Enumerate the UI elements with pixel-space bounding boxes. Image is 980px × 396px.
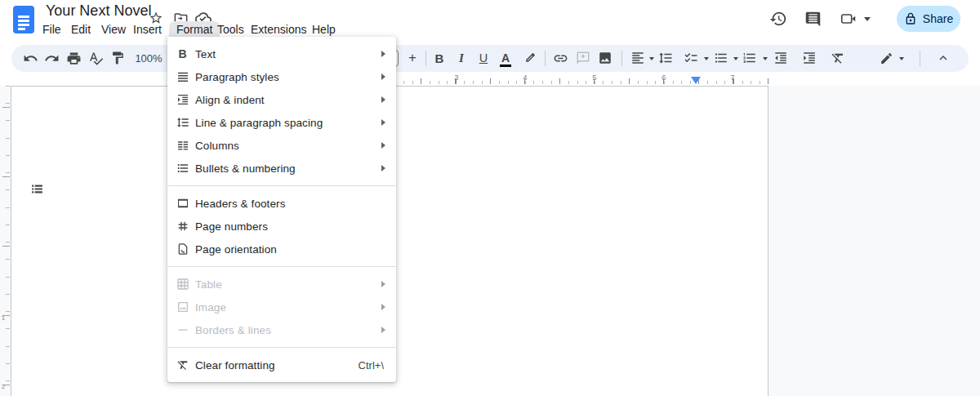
submenu-arrow-icon xyxy=(381,51,385,57)
insert-image-icon[interactable] xyxy=(595,47,616,69)
format-menu-item-image: Image xyxy=(167,296,396,318)
format-menu-item-table: Table xyxy=(167,273,396,296)
show-outline-icon[interactable] xyxy=(26,178,47,199)
checklist-dropdown-icon[interactable] xyxy=(704,57,709,60)
add-comment-icon xyxy=(572,47,594,69)
format-menu-item-columns[interactable]: Columns xyxy=(167,134,396,157)
format-menu-item-borders-lines: Borders & lines xyxy=(167,318,396,341)
underline-button[interactable]: U xyxy=(473,47,494,69)
bulleted-list-dropdown-icon[interactable] xyxy=(733,57,738,60)
redo-icon[interactable] xyxy=(41,47,62,69)
image-icon xyxy=(176,300,189,314)
format-menu-item-headers-footers[interactable]: Headers & footers xyxy=(167,192,396,215)
vertical-ruler: 1 2 3 xyxy=(0,86,11,396)
docs-logo-icon[interactable] xyxy=(13,6,34,33)
toolbar-divider xyxy=(545,51,546,66)
editing-mode-pen-icon[interactable] xyxy=(875,47,897,69)
checklist-icon[interactable] xyxy=(680,47,702,69)
line-spacing-icon[interactable] xyxy=(655,47,676,69)
video-call-icon[interactable] xyxy=(838,8,859,29)
submenu-arrow-icon xyxy=(381,96,385,103)
toolbar-divider xyxy=(621,51,622,66)
menu-extensions[interactable]: Extensions xyxy=(251,21,306,38)
comments-icon[interactable] xyxy=(802,8,823,29)
spellcheck-icon[interactable] xyxy=(85,47,106,69)
paint-format-icon[interactable] xyxy=(107,47,128,69)
align-dropdown-icon[interactable] xyxy=(649,57,654,60)
bulleted-list-icon[interactable] xyxy=(710,47,732,69)
horizontal-ruler: 3 4 5 6 7 xyxy=(0,72,980,86)
paragraph-styles-icon xyxy=(176,70,189,84)
google-docs-app: Your Next Novel File Edit View Insert Fo… xyxy=(0,0,980,396)
menu-view[interactable]: View xyxy=(101,21,126,38)
menu-tools[interactable]: Tools xyxy=(217,21,244,38)
document-area: 1 2 3 xyxy=(0,86,980,396)
decrease-indent-icon[interactable] xyxy=(770,47,791,69)
video-call-dropdown-icon[interactable] xyxy=(864,17,871,21)
bold-icon: B xyxy=(176,47,189,61)
shortcut-label: Ctrl+\ xyxy=(359,359,396,372)
ruler-number: 4 xyxy=(521,73,529,82)
format-menu-item-line-spacing[interactable]: Line & paragraph spacing xyxy=(167,111,396,134)
share-button[interactable]: Share xyxy=(897,6,960,32)
menu-format[interactable]: Format xyxy=(169,21,220,38)
menu-divider xyxy=(167,185,396,186)
submenu-arrow-icon xyxy=(381,142,385,149)
menu-divider xyxy=(167,347,396,348)
share-button-label: Share xyxy=(923,12,953,25)
toolbar-divider xyxy=(425,51,426,66)
document-title[interactable]: Your Next Novel xyxy=(46,2,151,20)
bold-button[interactable]: B xyxy=(429,47,450,69)
align-left-icon[interactable] xyxy=(627,47,648,69)
submenu-arrow-icon xyxy=(381,304,385,310)
menu-insert[interactable]: Insert xyxy=(133,21,162,38)
headers-footers-icon xyxy=(176,197,189,211)
zoom-select[interactable]: 100% xyxy=(131,45,167,72)
vruler-number: 1 xyxy=(0,314,7,322)
ruler-number: 7 xyxy=(728,73,737,82)
print-icon[interactable] xyxy=(63,47,84,69)
font-size-increase-button[interactable]: + xyxy=(402,47,423,69)
format-menu-item-page-orientation[interactable]: Page orientation xyxy=(167,238,396,260)
vruler-number: 2 xyxy=(0,383,7,390)
lock-icon xyxy=(904,12,917,25)
numbered-list-dropdown-icon[interactable] xyxy=(763,57,768,60)
menu-file[interactable]: File xyxy=(42,21,61,38)
format-menu-item-align-indent[interactable]: Align & indent xyxy=(167,88,396,111)
top-bar: Your Next Novel File Edit View Insert Fo… xyxy=(0,0,980,41)
line-spacing-icon xyxy=(176,116,189,130)
format-menu-item-text[interactable]: B Text xyxy=(167,42,396,65)
history-icon[interactable] xyxy=(768,8,789,29)
right-indent-marker[interactable] xyxy=(691,77,701,84)
menu-divider xyxy=(167,266,396,267)
increase-indent-icon[interactable] xyxy=(799,47,820,69)
toolbar-divider xyxy=(920,51,920,66)
format-menu-item-bullets-numbering[interactable]: Bullets & numbering xyxy=(167,157,396,180)
menu-edit[interactable]: Edit xyxy=(71,21,91,38)
clear-formatting-icon[interactable] xyxy=(827,47,849,69)
italic-button[interactable]: I xyxy=(451,47,472,69)
submenu-arrow-icon xyxy=(381,165,385,171)
format-menu-item-clear-formatting[interactable]: Clear formatting Ctrl+\ xyxy=(167,354,396,376)
submenu-arrow-icon xyxy=(381,281,385,287)
text-color-button[interactable]: A xyxy=(495,47,516,69)
menu-help[interactable]: Help xyxy=(312,21,336,38)
format-menu-item-page-numbers[interactable]: Page numbers xyxy=(167,215,396,238)
submenu-arrow-icon xyxy=(381,119,385,126)
collapse-toolbar-icon[interactable] xyxy=(933,47,954,69)
numbered-list-icon[interactable] xyxy=(739,47,760,69)
submenu-arrow-icon xyxy=(381,327,385,333)
editing-mode-dropdown-icon[interactable] xyxy=(899,57,904,60)
ruler-number: 5 xyxy=(590,73,599,82)
format-menu-dropdown: B Text Paragraph styles Align & indent L… xyxy=(167,37,396,382)
undo-icon[interactable] xyxy=(20,47,41,69)
highlight-color-icon[interactable] xyxy=(519,47,540,69)
ruler-number: 6 xyxy=(660,73,668,82)
format-menu-item-paragraph-styles[interactable]: Paragraph styles xyxy=(167,65,396,88)
insert-link-icon[interactable] xyxy=(550,47,571,69)
borders-lines-icon xyxy=(176,323,189,337)
ruler-number: 3 xyxy=(452,73,461,82)
align-indent-icon xyxy=(176,93,189,107)
bullets-numbering-icon xyxy=(176,162,189,176)
toolbar: 100% + B I U A xyxy=(11,45,969,72)
